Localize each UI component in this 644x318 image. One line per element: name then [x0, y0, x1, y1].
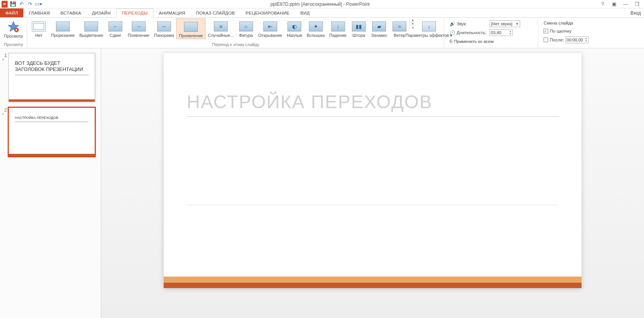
slide-thumbnails-panel: 1 * ВОТ ЗДЕСЬ БУДЕТ ЗАГОЛОВОК ПРЕЗЕНТАЦИ…: [0, 48, 101, 318]
slide-thumbnail-1[interactable]: ВОТ ЗДЕСЬ БУДЕТ ЗАГОЛОВОК ПРЕЗЕНТАЦИИ: [8, 53, 95, 102]
restore-icon[interactable]: ❐: [633, 1, 641, 7]
tab-insert[interactable]: ВСТАВКА: [55, 8, 87, 17]
tab-review[interactable]: РЕЦЕНЗИРОВАНИЕ: [240, 8, 295, 17]
signin-link[interactable]: Вход: [631, 8, 644, 17]
transition-icon: ✦: [308, 21, 324, 32]
effect-options-button[interactable]: ↓ Параметры эффектов ▾: [416, 18, 442, 38]
ribbon-display-icon[interactable]: ▣: [610, 1, 618, 7]
transition-label: Занавес: [371, 33, 387, 38]
thumb-number: 1: [2, 53, 8, 58]
transition-icon: [31, 21, 46, 32]
transition-штора[interactable]: ▮▮Штора: [349, 18, 369, 39]
transition-появление[interactable]: →Появление: [125, 18, 151, 39]
app-icon[interactable]: P: [2, 1, 8, 7]
transition-падение[interactable]: ↓Падение: [327, 18, 349, 39]
ribbon: Просмотр Просмотр НетПрорезаниеВыцветани…: [0, 18, 644, 48]
slide-accent-bar-2: [164, 283, 582, 288]
save-icon[interactable]: 💾: [10, 1, 16, 7]
transition-label: Нет: [35, 33, 43, 38]
ribbon-tabs: ФАЙЛ ГЛАВНАЯ ВСТАВКА ДИЗАЙН ПЕРЕХОДЫ АНИ…: [0, 8, 644, 18]
thumb-accent: [9, 99, 95, 102]
title-bar: P 💾 ↶ ↷ ▭▾ pptE87D.pptm [Автосохраненный…: [0, 0, 644, 8]
transition-выцветание[interactable]: Выцветание: [77, 18, 105, 39]
gallery-down-icon[interactable]: ▼: [410, 22, 416, 26]
transition-icon: ○: [238, 21, 254, 32]
quick-access-toolbar: P 💾 ↶ ↷ ▭▾: [0, 1, 41, 7]
transition-icon: ▰: [371, 21, 387, 32]
transition-панорама[interactable]: ↔Панорама: [152, 18, 176, 39]
sound-value: [Нет звука]: [491, 21, 512, 26]
transition-наплыв[interactable]: ◐Наплыв: [284, 18, 304, 39]
transition-вспышка[interactable]: ✦Вспышка: [304, 18, 327, 39]
undo-icon[interactable]: ↶: [18, 1, 25, 7]
thumb-row-1: 1 * ВОТ ЗДЕСЬ БУДЕТ ЗАГОЛОВОК ПРЕЗЕНТАЦИ…: [0, 51, 101, 106]
slide-thumbnail-2[interactable]: НАСТРОЙКА ПЕРЕХОДОВ: [8, 107, 95, 157]
transition-icon: ⇤: [263, 21, 278, 32]
effect-options-icon: ↓: [421, 21, 437, 32]
duration-input[interactable]: 03,40 ▲▼: [490, 29, 513, 36]
after-checkbox[interactable]: [544, 38, 548, 42]
transition-фигура[interactable]: ○Фигура: [236, 18, 256, 39]
apply-all-icon: ⎘: [450, 39, 452, 44]
transition-label: Выцветание: [79, 33, 103, 38]
transition-icon: →: [131, 21, 146, 32]
tab-home[interactable]: ГЛАВНАЯ: [23, 8, 55, 17]
gallery-up-icon[interactable]: ▲: [410, 18, 416, 22]
slide-editor[interactable]: НАСТРОЙКА ПЕРЕХОДОВ: [101, 48, 644, 318]
tab-animation[interactable]: АНИМАЦИЯ: [153, 8, 191, 17]
tab-file[interactable]: ФАЙЛ: [0, 8, 23, 17]
transition-сдвиг[interactable]: ←Сдвиг: [105, 18, 125, 39]
group-timing-left: 🔊 Звук: [Нет звука]▼ 🕐 Длительность: 03,…: [444, 18, 538, 48]
transition-icon: [55, 21, 71, 32]
transition-icon: ←: [108, 21, 123, 32]
transition-label: Наплыв: [287, 33, 302, 38]
tab-view[interactable]: ВИД: [295, 8, 315, 17]
transition-label: Сдвиг: [110, 33, 121, 38]
sound-label: Звук:: [457, 21, 488, 26]
gallery-scroll: ▲ ▼ ▾: [409, 18, 416, 30]
preview-button[interactable]: Просмотр: [2, 18, 25, 39]
workspace: 1 * ВОТ ЗДЕСЬ БУДЕТ ЗАГОЛОВОК ПРЕЗЕНТАЦИ…: [0, 48, 644, 318]
apply-all-label: Применить ко всем: [454, 39, 493, 44]
sound-icon: 🔊: [450, 21, 455, 26]
window-title: pptE87D.pptm [Автосохраненный] - PowerPo…: [41, 2, 599, 7]
group-transitions-label: Переход к этому слайду: [29, 41, 442, 48]
group-transitions: НетПрорезаниеВыцветание←Сдвиг→Появление↔…: [27, 18, 444, 48]
transition-label: Вспышка: [307, 33, 325, 38]
apply-all-button[interactable]: ⎘ Применить ко всем: [450, 38, 493, 45]
minimize-icon[interactable]: —: [622, 1, 629, 7]
transition-прорезание[interactable]: Прорезание: [49, 18, 77, 39]
advance-label: Смена слайда: [544, 21, 573, 25]
transition-открывание[interactable]: ⇤Открывание: [256, 18, 285, 39]
thumb-accent: [9, 154, 95, 156]
tab-slideshow[interactable]: ПОКАЗ СЛАЙДОВ: [191, 8, 240, 17]
thumb-title: ВОТ ЗДЕСЬ БУДЕТ ЗАГОЛОВОК ПРЕЗЕНТАЦИИ: [15, 60, 89, 75]
transition-нет[interactable]: Нет: [29, 18, 49, 39]
sound-select[interactable]: [Нет звука]▼: [490, 20, 520, 27]
help-icon[interactable]: ?: [599, 1, 606, 7]
tab-design[interactable]: ДИЗАЙН: [87, 8, 116, 17]
transition-label: Проявление: [179, 33, 203, 38]
transition-indicator-icon: *: [2, 113, 8, 117]
group-advance: Смена слайда ✓ По щелчку После: 00:00,00…: [538, 18, 594, 48]
transition-проявление[interactable]: Проявление: [176, 18, 206, 39]
group-preview: Просмотр Просмотр: [0, 18, 27, 48]
gallery-more-icon[interactable]: ▾: [410, 26, 416, 30]
tab-transitions[interactable]: ПЕРЕХОДЫ: [116, 8, 154, 18]
transition-label: Фигура: [239, 33, 253, 38]
transition-label: Падение: [329, 33, 347, 38]
slide-title[interactable]: НАСТРОЙКА ПЕРЕХОДОВ: [187, 91, 559, 117]
slide-canvas[interactable]: НАСТРОЙКА ПЕРЕХОДОВ: [164, 53, 582, 288]
slideshow-icon[interactable]: ▭▾: [35, 1, 41, 7]
transition-icon: [183, 21, 199, 33]
transition-случайные[interactable]: ≡Случайные...: [205, 18, 236, 39]
on-click-label: По щелчку: [550, 29, 572, 33]
transition-занавес[interactable]: ▰Занавес: [369, 18, 389, 39]
transition-label: Случайные...: [208, 33, 233, 38]
transition-label: Прорезание: [51, 33, 75, 38]
transition-icon: ↔: [156, 21, 172, 32]
redo-icon[interactable]: ↷: [27, 1, 33, 7]
transition-indicator-icon: *: [2, 58, 8, 63]
after-input[interactable]: 00:00,00 ▲▼: [565, 36, 588, 43]
on-click-checkbox[interactable]: ✓: [544, 29, 548, 33]
